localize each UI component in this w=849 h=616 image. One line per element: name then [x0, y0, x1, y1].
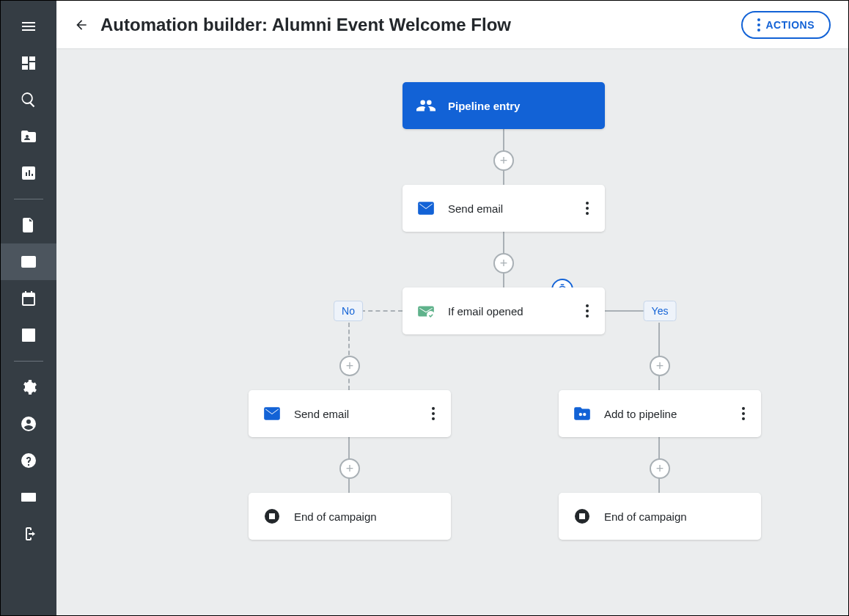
- document-icon[interactable]: [1, 207, 56, 243]
- node-label: Pipeline entry: [448, 100, 592, 112]
- node-label: If email opened: [448, 305, 571, 318]
- connector: [605, 310, 647, 312]
- account-icon[interactable]: [1, 406, 56, 442]
- form-icon[interactable]: [1, 317, 56, 353]
- condition-no-tag[interactable]: No: [334, 301, 363, 321]
- svg-point-3: [583, 413, 586, 416]
- people-icon: [416, 95, 436, 116]
- connector: [361, 310, 403, 312]
- node-add-to-pipeline[interactable]: Add to pipeline: [559, 390, 761, 437]
- node-label: Send email: [294, 408, 417, 420]
- calendar-icon[interactable]: [1, 280, 56, 317]
- sidebar: [1, 1, 56, 615]
- node-send-email[interactable]: Send email: [403, 185, 605, 232]
- node-menu-button[interactable]: [429, 401, 438, 426]
- keyboard-icon[interactable]: [1, 479, 56, 516]
- add-step-button[interactable]: +: [650, 356, 670, 376]
- node-menu-button[interactable]: [583, 298, 592, 323]
- sidebar-divider: [14, 199, 43, 199]
- condition-yes-tag[interactable]: Yes: [644, 301, 677, 321]
- add-step-button[interactable]: +: [493, 253, 514, 274]
- node-label: End of campaign: [604, 510, 748, 523]
- svg-rect-5: [269, 513, 275, 519]
- people-folder-icon[interactable]: [1, 118, 56, 155]
- email-opened-icon: [416, 301, 436, 321]
- settings-icon[interactable]: [1, 369, 56, 406]
- node-end-of-campaign[interactable]: End of campaign: [249, 493, 451, 540]
- stop-icon: [262, 506, 282, 527]
- node-menu-button[interactable]: [739, 401, 748, 426]
- svg-rect-7: [579, 513, 585, 519]
- more-vertical-icon: [757, 18, 760, 32]
- menu-icon[interactable]: [1, 8, 56, 45]
- email-icon: [416, 198, 436, 219]
- node-label: Add to pipeline: [604, 408, 727, 420]
- back-button[interactable]: [68, 12, 95, 38]
- actions-button-label: ACTIONS: [766, 19, 815, 31]
- page-title: Automation builder: Alumni Event Welcome…: [100, 15, 741, 35]
- node-end-of-campaign[interactable]: End of campaign: [559, 493, 761, 540]
- stop-icon: [572, 506, 592, 527]
- email-icon[interactable]: [1, 243, 56, 280]
- main: Automation builder: Alumni Event Welcome…: [56, 1, 848, 615]
- logout-icon[interactable]: [1, 516, 56, 552]
- help-icon[interactable]: [1, 442, 56, 479]
- node-label: End of campaign: [294, 510, 438, 523]
- node-label: Send email: [448, 202, 571, 215]
- pipeline-folder-icon: [572, 403, 592, 424]
- svg-point-2: [579, 413, 582, 416]
- node-condition[interactable]: If email opened: [403, 287, 605, 334]
- automation-canvas[interactable]: + + No + Yes + + +: [56, 49, 848, 615]
- add-step-button[interactable]: +: [650, 458, 670, 479]
- node-menu-button[interactable]: [583, 196, 592, 221]
- report-icon[interactable]: [1, 155, 56, 191]
- add-step-button[interactable]: +: [493, 150, 514, 171]
- sidebar-divider: [14, 361, 43, 362]
- add-step-button[interactable]: +: [339, 458, 360, 479]
- svg-point-1: [427, 311, 435, 319]
- add-step-button[interactable]: +: [339, 356, 360, 376]
- header: Automation builder: Alumni Event Welcome…: [56, 1, 848, 49]
- email-icon: [262, 403, 282, 424]
- node-pipeline-entry[interactable]: Pipeline entry: [403, 82, 605, 129]
- dashboard-icon[interactable]: [1, 45, 56, 81]
- search-icon[interactable]: [1, 81, 56, 118]
- node-send-email[interactable]: Send email: [249, 390, 451, 437]
- actions-button[interactable]: ACTIONS: [741, 11, 831, 39]
